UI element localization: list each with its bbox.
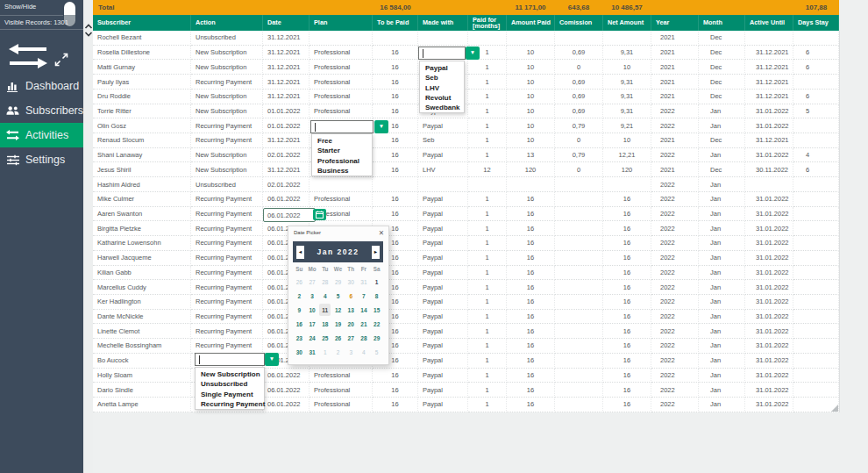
- cell-net_amount[interactable]: 12,21: [603, 148, 651, 163]
- cell-year[interactable]: 2022: [651, 383, 699, 398]
- cell-to_be_paid[interactable]: 16: [373, 60, 418, 75]
- cell-net_amount[interactable]: 9,31: [603, 46, 651, 61]
- cell-days_stay[interactable]: [793, 75, 839, 90]
- cell-paid_for[interactable]: 1: [468, 236, 507, 251]
- cell-comission[interactable]: 0,79: [555, 148, 603, 163]
- cell-to_be_paid[interactable]: 16: [373, 383, 418, 398]
- sidebar-item-dashboard[interactable]: Dashboard: [0, 74, 83, 98]
- cell-action[interactable]: New Subscription: [191, 60, 263, 75]
- cell-days_stay[interactable]: 5: [793, 104, 839, 119]
- cell-year[interactable]: 2022: [651, 221, 699, 236]
- cell-active_until[interactable]: 31.01.2022: [745, 280, 793, 295]
- cell-paid_for[interactable]: 12: [468, 162, 507, 177]
- cell-year[interactable]: 2022: [651, 369, 699, 383]
- calendar-day[interactable]: 26: [293, 275, 306, 289]
- cell-date[interactable]: 01.01.2022: [263, 118, 309, 133]
- cell-comission[interactable]: 0,69: [555, 104, 603, 119]
- cell-action[interactable]: Recurring Payment: [191, 207, 263, 222]
- cell-made_with[interactable]: [418, 177, 468, 192]
- cell-month[interactable]: Dec: [699, 162, 745, 177]
- table-row[interactable]: Marcellus CuddyRecurring Payment06.01.20…: [93, 280, 839, 295]
- cell-year[interactable]: 2021: [651, 133, 699, 148]
- cell-year[interactable]: 2022: [651, 280, 699, 295]
- cell-action[interactable]: New Subscription: [191, 46, 263, 61]
- cell-action[interactable]: Unsubscribed: [191, 177, 263, 192]
- cell-net_amount[interactable]: 16: [603, 280, 651, 295]
- cell-subscriber[interactable]: Hashim Aldred: [93, 177, 191, 192]
- calendar-day[interactable]: 28: [358, 331, 371, 345]
- table-row[interactable]: Matti GurnayNew Subscription31.12.2021Pr…: [93, 60, 839, 75]
- cell-active_until[interactable]: 31.01.2022: [745, 369, 793, 383]
- calendar-day[interactable]: 5: [370, 345, 383, 359]
- cell-days_stay[interactable]: [793, 207, 839, 222]
- option-new-subscription[interactable]: New Subscription: [196, 369, 264, 379]
- cell-comission[interactable]: [555, 221, 603, 236]
- calendar-day[interactable]: 7: [358, 289, 371, 303]
- cell-month[interactable]: Jan: [699, 104, 745, 119]
- cell-net_amount[interactable]: 16: [603, 207, 651, 222]
- cell-active_until[interactable]: 31.01.2022: [745, 310, 793, 325]
- cell-comission[interactable]: [555, 192, 603, 207]
- cell-comission[interactable]: 0,69: [555, 75, 603, 90]
- calendar-day[interactable]: 27: [345, 331, 358, 345]
- cell-to_be_paid[interactable]: 16: [373, 75, 418, 90]
- cell-plan[interactable]: Professional: [309, 90, 373, 104]
- table-row[interactable]: Birgitta PietzkeRecurring Payment06.01.2…: [93, 221, 839, 236]
- table-row[interactable]: Rochell BezantUnsubscribed31.12.20212021…: [93, 31, 839, 46]
- cell-subscriber[interactable]: Linette Clemot: [93, 324, 191, 339]
- sidebar-item-activities[interactable]: Activities: [0, 123, 83, 147]
- cell-paid_for[interactable]: 1: [468, 60, 507, 75]
- cell-paid_for[interactable]: 1: [468, 251, 507, 266]
- cell-month[interactable]: Jan: [699, 295, 745, 310]
- table-row[interactable]: Hashim AldredUnsubscribed02.01.20222022J…: [93, 177, 839, 192]
- calendar-day[interactable]: 24: [306, 331, 319, 345]
- cell-days_stay[interactable]: 6: [793, 162, 839, 177]
- cell-days_stay[interactable]: [793, 266, 839, 281]
- cell-to_be_paid[interactable]: 16: [373, 369, 418, 383]
- cell-date[interactable]: 01.01.2022: [263, 104, 309, 119]
- cell-paid_for[interactable]: 1: [468, 133, 507, 148]
- cell-days_stay[interactable]: [793, 31, 839, 46]
- table-row[interactable]: Kilian GabbRecurring Payment06.01.2022Pr…: [93, 266, 839, 281]
- column-header-date[interactable]: Date: [263, 15, 309, 31]
- cell-paid_for[interactable]: [468, 31, 507, 46]
- cell-made_with[interactable]: Paypal: [418, 324, 468, 339]
- cell-net_amount[interactable]: 120: [603, 162, 651, 177]
- cell-to_be_paid[interactable]: 16: [373, 133, 418, 148]
- cell-paid_for[interactable]: 1: [468, 354, 507, 369]
- cell-amount_paid[interactable]: 13: [507, 148, 555, 163]
- cell-date[interactable]: 06.01.2022: [263, 369, 309, 383]
- calendar-day[interactable]: 3: [306, 289, 319, 303]
- sidebar-item-settings[interactable]: Settings: [0, 147, 83, 172]
- cell-paid_for[interactable]: [468, 177, 507, 192]
- cell-year[interactable]: 2022: [651, 177, 699, 192]
- cell-month[interactable]: Dec: [699, 46, 745, 61]
- column-header-made_with[interactable]: Made with: [418, 15, 468, 31]
- cell-amount_paid[interactable]: 16: [507, 339, 555, 354]
- cell-active_until[interactable]: 31.01.2022: [745, 104, 793, 119]
- cell-net_amount[interactable]: 16: [603, 295, 651, 310]
- calendar-day[interactable]: 9: [293, 303, 306, 317]
- action-editor-input[interactable]: [195, 353, 265, 366]
- cell-net_amount[interactable]: [603, 31, 651, 46]
- cell-comission[interactable]: [555, 324, 603, 339]
- cell-days_stay[interactable]: [793, 133, 839, 148]
- cell-date[interactable]: 02.01.2022: [263, 177, 309, 192]
- cell-comission[interactable]: [555, 236, 603, 251]
- option-recurring-payment[interactable]: Recurring Payment: [196, 399, 264, 409]
- cell-days_stay[interactable]: [793, 251, 839, 266]
- cell-plan[interactable]: Professional: [309, 75, 373, 90]
- cell-month[interactable]: Jan: [699, 251, 745, 266]
- cell-date[interactable]: 31.12.2021: [263, 90, 309, 104]
- cell-net_amount[interactable]: 16: [603, 192, 651, 207]
- cell-year[interactable]: 2022: [651, 192, 699, 207]
- cell-comission[interactable]: [555, 354, 603, 369]
- cell-date[interactable]: 06.01.2022: [263, 398, 309, 412]
- cell-subscriber[interactable]: Anetta Lampe: [93, 398, 191, 412]
- cell-month[interactable]: Jan: [699, 383, 745, 398]
- cell-action[interactable]: New Subscription: [191, 104, 263, 119]
- cell-month[interactable]: Jan: [699, 310, 745, 325]
- cell-date[interactable]: 31.12.2021: [263, 46, 309, 61]
- cell-month[interactable]: Jan: [699, 324, 745, 339]
- table-row[interactable]: Mechelle BossinghamRecurring Payment06.0…: [93, 339, 839, 354]
